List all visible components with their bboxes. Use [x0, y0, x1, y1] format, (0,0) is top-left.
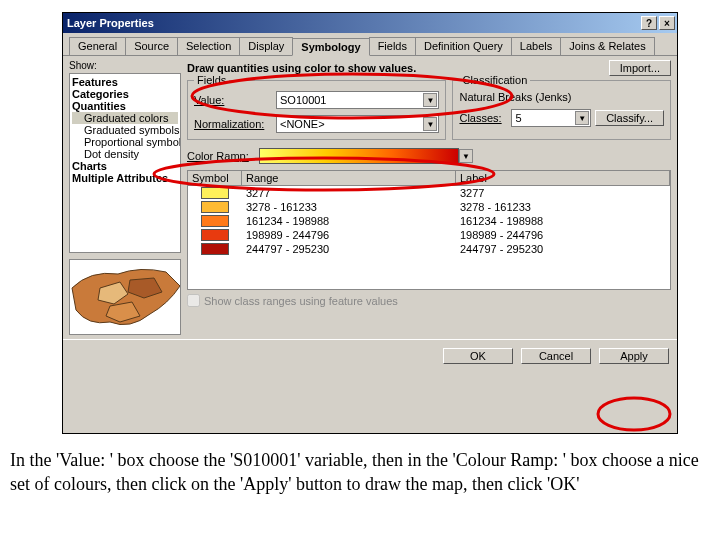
tree-features[interactable]: Features	[72, 76, 178, 88]
cap-v: 'S010001'	[230, 450, 301, 470]
table-row[interactable]: 244797 - 295230244797 - 295230	[188, 242, 670, 256]
color-swatch	[201, 243, 229, 255]
draw-description: Draw quantities using color to show valu…	[187, 62, 416, 74]
label-cell: 198989 - 244796	[456, 229, 670, 241]
tree-categories[interactable]: Categories	[72, 88, 178, 100]
tab-bar: General Source Selection Display Symbolo…	[63, 33, 677, 56]
cap-v: 'Colour Ramp: '	[452, 450, 565, 470]
tree-graduated-colors[interactable]: Graduated colors	[72, 112, 178, 124]
show-tree[interactable]: Features Categories Quantities Graduated…	[69, 73, 181, 253]
range-cell: 3277	[242, 187, 456, 199]
tree-dot-density[interactable]: Dot density	[72, 148, 178, 160]
col-label[interactable]: Label	[456, 171, 670, 185]
instruction-caption: In the 'Value: ' box choose the 'S010001…	[10, 448, 710, 497]
cap-v: 'OK'	[547, 474, 579, 494]
table-header: Symbol Range Label	[188, 171, 670, 186]
label-cell: 3277	[456, 187, 670, 199]
show-label: Show:	[69, 60, 181, 71]
color-ramp-select[interactable]: ▼	[259, 148, 459, 164]
range-cell: 244797 - 295230	[242, 243, 456, 255]
dialog-button-bar: OK Cancel Apply	[63, 339, 677, 372]
left-pane: Show: Features Categories Quantities Gra…	[69, 60, 181, 335]
color-swatch	[201, 187, 229, 199]
classification-group: Classification Natural Breaks (Jenks) Cl…	[452, 80, 671, 140]
tab-general[interactable]: General	[69, 37, 126, 55]
classes-label: Classes:	[459, 112, 507, 124]
value-select-text: SO10001	[280, 94, 326, 106]
page-root: Layer Properties ? × General Source Sele…	[0, 0, 720, 540]
tab-definition-query[interactable]: Definition Query	[415, 37, 512, 55]
col-range[interactable]: Range	[242, 171, 456, 185]
classes-table: Symbol Range Label 327732773278 - 161233…	[187, 170, 671, 290]
titlebar: Layer Properties ? ×	[63, 13, 677, 33]
tab-display[interactable]: Display	[239, 37, 293, 55]
tree-proportional-symbols[interactable]: Proportional symbols	[72, 136, 178, 148]
color-swatch	[201, 229, 229, 241]
label-cell: 244797 - 295230	[456, 243, 670, 255]
normalization-select[interactable]: <NONE> ▼	[276, 115, 439, 133]
col-symbol[interactable]: Symbol	[188, 171, 242, 185]
tab-selection[interactable]: Selection	[177, 37, 240, 55]
dropdown-arrow-icon: ▼	[423, 117, 437, 131]
cap-v: 'Value: '	[56, 450, 113, 470]
range-cell: 198989 - 244796	[242, 229, 456, 241]
tab-source[interactable]: Source	[125, 37, 178, 55]
cap-t: box choose the	[113, 450, 230, 470]
table-row[interactable]: 32773277	[188, 186, 670, 200]
color-ramp-label: Color Ramp:	[187, 150, 253, 162]
cap-t: variable, then in the	[300, 450, 452, 470]
tree-graduated-symbols[interactable]: Graduated symbols	[72, 124, 178, 136]
draw-description-row: Draw quantities using color to show valu…	[187, 60, 671, 76]
help-button[interactable]: ?	[641, 16, 657, 30]
tab-joins-relates[interactable]: Joins & Relates	[560, 37, 654, 55]
map-preview	[69, 259, 181, 335]
table-row[interactable]: 198989 - 244796198989 - 244796	[188, 228, 670, 242]
classify-button[interactable]: Classify...	[595, 110, 664, 126]
color-swatch	[201, 201, 229, 213]
cancel-button[interactable]: Cancel	[521, 348, 591, 364]
cap-v: 'Apply'	[240, 474, 292, 494]
dropdown-arrow-icon: ▼	[459, 149, 473, 163]
classes-value: 5	[515, 112, 521, 124]
fields-group: Fields Value: SO10001 ▼ Normalization: <	[187, 80, 446, 140]
tab-labels[interactable]: Labels	[511, 37, 561, 55]
dropdown-arrow-icon: ▼	[423, 93, 437, 107]
cap-t: In the	[10, 450, 56, 470]
normalization-label: Normalization:	[194, 118, 272, 130]
window-title: Layer Properties	[67, 17, 154, 29]
tree-quantities[interactable]: Quantities	[72, 100, 178, 112]
value-select[interactable]: SO10001 ▼	[276, 91, 439, 109]
content-area: Show: Features Categories Quantities Gra…	[63, 56, 677, 339]
ok-button[interactable]: OK	[443, 348, 513, 364]
color-swatch	[201, 215, 229, 227]
import-button[interactable]: Import...	[609, 60, 671, 76]
right-pane: Draw quantities using color to show valu…	[187, 60, 671, 335]
tab-fields[interactable]: Fields	[369, 37, 416, 55]
tree-multiple-attributes[interactable]: Multiple Attributes	[72, 172, 178, 184]
apply-button[interactable]: Apply	[599, 348, 669, 364]
color-ramp-row: Color Ramp: ▼	[187, 148, 671, 164]
classes-spinner[interactable]: 5 ▼	[511, 109, 591, 127]
classification-legend: Classification	[459, 74, 530, 86]
label-cell: 3278 - 161233	[456, 201, 670, 213]
tab-symbology[interactable]: Symbology	[292, 38, 369, 56]
dropdown-arrow-icon: ▼	[575, 111, 589, 125]
table-row[interactable]: 3278 - 1612333278 - 161233	[188, 200, 670, 214]
tree-charts[interactable]: Charts	[72, 160, 178, 172]
show-ranges-check-row: Show class ranges using feature values	[187, 294, 671, 307]
fields-legend: Fields	[194, 74, 229, 86]
range-cell: 3278 - 161233	[242, 201, 456, 213]
range-cell: 161234 - 198988	[242, 215, 456, 227]
table-body: 327732773278 - 1612333278 - 161233161234…	[188, 186, 670, 256]
value-label: Value:	[194, 94, 272, 106]
fieldsets-row: Fields Value: SO10001 ▼ Normalization: <	[187, 80, 671, 140]
close-button[interactable]: ×	[659, 16, 675, 30]
classification-method: Natural Breaks (Jenks)	[459, 91, 664, 103]
table-row[interactable]: 161234 - 198988161234 - 198988	[188, 214, 670, 228]
show-ranges-checkbox	[187, 294, 200, 307]
label-cell: 161234 - 198988	[456, 215, 670, 227]
normalization-select-text: <NONE>	[280, 118, 325, 130]
layer-properties-dialog: Layer Properties ? × General Source Sele…	[62, 12, 678, 434]
show-ranges-label: Show class ranges using feature values	[204, 295, 398, 307]
cap-t: button to draw the map, then click	[291, 474, 546, 494]
